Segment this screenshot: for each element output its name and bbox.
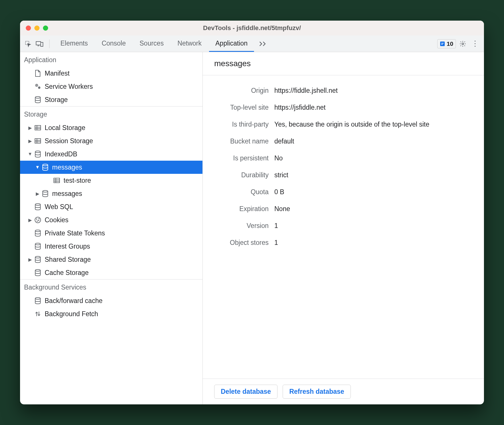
- panel-title: messages: [203, 52, 484, 75]
- minimize-window-button[interactable]: [34, 25, 40, 31]
- sidebar-item-local-storage[interactable]: ▶ Local Storage: [20, 121, 202, 134]
- sidebar-item-manifest[interactable]: Manifest: [20, 67, 202, 80]
- database-icon: [34, 229, 42, 237]
- detail-label: Object stores: [211, 239, 269, 247]
- tab-console[interactable]: Console: [95, 36, 132, 52]
- sidebar-item-label: Web SQL: [45, 203, 73, 211]
- more-options-icon[interactable]: ⋮: [470, 38, 481, 50]
- detail-row-quota: Quota 0 B: [203, 184, 484, 200]
- main-panel: messages Origin https://fiddle.jshell.ne…: [203, 52, 484, 404]
- sidebar-item-label: Background Fetch: [45, 310, 98, 318]
- detail-label: Durability: [211, 171, 269, 179]
- collapse-arrow-icon[interactable]: ▼: [27, 151, 33, 157]
- detail-row-topsite: Top-level site https://jsfiddle.net: [203, 99, 484, 116]
- sidebar-item-label: Local Storage: [45, 124, 85, 132]
- expand-arrow-icon[interactable]: ▶: [27, 257, 33, 262]
- expand-arrow-icon[interactable]: ▶: [35, 191, 40, 196]
- table-icon: [53, 176, 61, 184]
- sidebar-item-db-messages-2[interactable]: ▶ messages: [20, 187, 202, 200]
- detail-row-object-stores: Object stores 1: [203, 234, 484, 251]
- sidebar-item-store-teststore[interactable]: test-store: [20, 174, 202, 187]
- expand-arrow-icon[interactable]: ▶: [27, 217, 33, 223]
- actions-bar: Delete database Refresh database: [203, 379, 484, 404]
- svg-point-30: [36, 219, 37, 219]
- database-icon: [34, 297, 42, 305]
- svg-point-12: [35, 97, 40, 98]
- sidebar-item-service-workers[interactable]: Service Workers: [20, 80, 202, 93]
- tab-network[interactable]: Network: [171, 36, 208, 52]
- sidebar-item-interest-groups[interactable]: Interest Groups: [20, 240, 202, 253]
- sidebar-item-cookies[interactable]: ▶ Cookies: [20, 213, 202, 227]
- sidebar-item-label: Back/forward cache: [45, 297, 103, 305]
- zoom-window-button[interactable]: [43, 25, 48, 31]
- database-icon: [41, 190, 49, 198]
- svg-point-8: [36, 84, 38, 86]
- svg-point-36: [35, 256, 40, 258]
- delete-database-button[interactable]: Delete database: [214, 385, 277, 399]
- svg-point-38: [35, 298, 40, 299]
- sidebar-item-storage[interactable]: Storage: [20, 93, 202, 106]
- sidebar-item-private-state-tokens[interactable]: Private State Tokens: [20, 227, 202, 240]
- sidebar-item-label: Interest Groups: [45, 243, 90, 250]
- sidebar-item-cache-storage[interactable]: Cache Storage: [20, 266, 202, 279]
- sidebar-item-label: Service Workers: [45, 83, 93, 90]
- sidebar: Application Manifest Service Workers Sto…: [20, 52, 203, 404]
- devtools-window: DevTools - jsfiddle.net/5tmpfuzv/ Elemen…: [20, 21, 484, 404]
- sidebar-item-indexeddb[interactable]: ▼ IndexedDB: [20, 147, 202, 161]
- expand-arrow-icon[interactable]: ▶: [27, 125, 33, 131]
- sidebar-item-websql[interactable]: Web SQL: [20, 200, 202, 213]
- svg-point-32: [37, 221, 38, 221]
- sidebar-item-label: messages: [52, 190, 82, 198]
- sidebar-item-label: Storage: [45, 96, 68, 104]
- detail-row-origin: Origin https://fiddle.jshell.net: [203, 82, 484, 99]
- inspect-element-icon[interactable]: [23, 39, 33, 49]
- detail-value: strict: [274, 171, 475, 179]
- sidebar-item-db-messages[interactable]: ▼ messages: [20, 161, 202, 174]
- detail-value: https://fiddle.jshell.net: [274, 87, 475, 95]
- svg-point-11: [39, 87, 40, 88]
- file-icon: [34, 69, 42, 77]
- window-title: DevTools - jsfiddle.net/5tmpfuzv/: [20, 24, 484, 32]
- refresh-database-button[interactable]: Refresh database: [283, 385, 351, 399]
- sidebar-item-background-fetch[interactable]: Background Fetch: [20, 307, 202, 320]
- sidebar-item-label: Cookies: [45, 216, 68, 224]
- svg-rect-17: [35, 139, 41, 143]
- tab-elements[interactable]: Elements: [54, 36, 94, 52]
- detail-value: Yes, because the origin is outside of th…: [274, 121, 475, 128]
- more-tabs-icon[interactable]: [255, 41, 271, 46]
- sidebar-item-session-storage[interactable]: ▶ Session Storage: [20, 134, 202, 147]
- database-icon: [34, 269, 42, 277]
- svg-point-7: [462, 43, 464, 45]
- database-icon: [41, 163, 49, 171]
- detail-value: 1: [274, 239, 475, 247]
- database-icon: [34, 96, 42, 104]
- settings-icon[interactable]: [457, 38, 468, 50]
- database-icon: [34, 255, 42, 263]
- detail-label: Is persistent: [211, 154, 269, 162]
- titlebar: DevTools - jsfiddle.net/5tmpfuzv/: [20, 21, 484, 36]
- detail-row-expiration: Expiration None: [203, 200, 484, 217]
- detail-label: Expiration: [211, 205, 269, 213]
- cookie-icon: [34, 216, 42, 224]
- sidebar-item-bfcache[interactable]: Back/forward cache: [20, 294, 202, 307]
- detail-value: https://jsfiddle.net: [274, 104, 475, 111]
- collapse-arrow-icon[interactable]: ▼: [35, 165, 40, 170]
- sidebar-item-shared-storage[interactable]: ▶ Shared Storage: [20, 253, 202, 266]
- tab-application[interactable]: Application: [209, 36, 254, 52]
- svg-rect-13: [35, 125, 41, 130]
- tab-sources[interactable]: Sources: [133, 36, 170, 52]
- issues-count: 10: [447, 40, 453, 47]
- sidebar-item-label: IndexedDB: [45, 150, 77, 158]
- expand-arrow-icon[interactable]: ▶: [27, 138, 33, 144]
- svg-point-28: [35, 204, 40, 205]
- svg-point-29: [35, 217, 41, 223]
- panel-tabs: Elements Console Sources Network Applica…: [54, 36, 254, 52]
- detail-row-persistent: Is persistent No: [203, 150, 484, 167]
- detail-list: Origin https://fiddle.jshell.net Top-lev…: [203, 75, 484, 379]
- separator: [49, 40, 50, 48]
- device-toolbar-icon[interactable]: [34, 39, 45, 49]
- issues-badge[interactable]: 10: [437, 39, 456, 48]
- database-icon: [34, 203, 42, 211]
- close-window-button[interactable]: [26, 25, 31, 31]
- gears-icon: [34, 82, 42, 90]
